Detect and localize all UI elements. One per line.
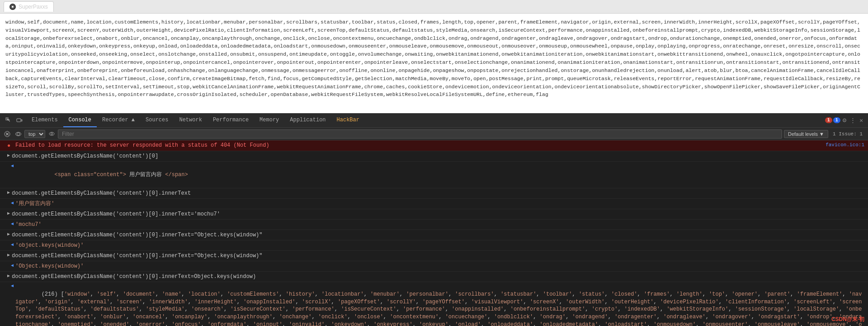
arrow-left-icon: ◀: [11, 163, 14, 169]
console-error-line: ● Failed to load resource: the server re…: [0, 140, 868, 151]
filter-input[interactable]: [58, 129, 782, 139]
close-icon[interactable]: ✕: [858, 115, 864, 125]
console-output-array: ◀ (216) ['window', 'self', 'document', '…: [0, 282, 868, 326]
tab-elements[interactable]: Elements: [26, 113, 63, 127]
level-selector[interactable]: Default levels ▼: [784, 130, 828, 138]
output-array: (216) ['window', 'self', 'document', 'na…: [15, 283, 864, 326]
output-string-1: '用户留言内容': [15, 200, 864, 208]
eye-icon[interactable]: [47, 129, 56, 139]
console-input-1: ▶ document.getElementsByClassName('conte…: [0, 151, 868, 162]
tab-network[interactable]: Network: [174, 113, 207, 127]
output-string-2: 'mochu7': [15, 221, 864, 229]
tab-title: SuperPaxxs: [19, 4, 48, 10]
console-input-6: ▶ document.getElementsByClassName('conte…: [0, 272, 868, 282]
arrow-right-2: ▶: [7, 189, 10, 196]
console-input-2: ▶ document.getElementsByClassName('conte…: [0, 188, 868, 199]
more-icon[interactable]: ⋮: [849, 115, 857, 125]
error-message: Failed to load resource: the server resp…: [15, 141, 822, 149]
arrow-left-2: ◀: [11, 200, 14, 206]
console-input-3: ▶ document.getElementsByClassName('conte…: [0, 209, 868, 220]
arrow-right-5: ▶: [7, 252, 10, 259]
tab-favicon: [9, 4, 16, 10]
svg-rect-2: [17, 119, 21, 122]
console-output-string-2: ◀ 'mochu7': [0, 220, 868, 230]
tab-hackbar[interactable]: HackBar: [331, 113, 365, 127]
command-2: document.getElementsByClassName('content…: [12, 189, 864, 197]
command-4: document.getElementsByClassName('content…: [12, 231, 864, 239]
output-html: <span class="content"> 用户留言内容 </span>: [15, 163, 864, 187]
arrow-left-6: ◀: [11, 283, 14, 289]
arrow-left-3: ◀: [11, 221, 14, 227]
clear-console-icon[interactable]: [3, 129, 12, 139]
tab-console[interactable]: Console: [63, 113, 97, 127]
console-output[interactable]: ● Failed to load resource: the server re…: [0, 140, 868, 326]
svg-point-10: [51, 133, 52, 135]
issues-button[interactable]: 1 Issue: 1: [830, 130, 865, 138]
tab-recorder[interactable]: Recorder ▲: [97, 113, 140, 127]
error-icon: ●: [7, 142, 14, 150]
console-output-string-1: ◀ '用户留言内容': [0, 199, 868, 209]
command-5: document.getElementsByClassName('content…: [12, 252, 864, 260]
browser-tab-bar: SuperPaxxs: [0, 0, 868, 14]
devtools-tabs: Elements Console Recorder ▲ Sources Netw…: [0, 113, 868, 128]
info-badge: 1: [833, 117, 840, 123]
arrow-left-4: ◀: [11, 241, 14, 248]
console-toolbar: top Default levels ▼ 1 Issue: 1: [0, 128, 868, 140]
context-selector[interactable]: top: [24, 130, 45, 138]
command-1: document.getElementsByClassName('content…: [12, 152, 864, 160]
arrow-right-3: ▶: [7, 210, 10, 217]
svg-rect-3: [21, 120, 22, 121]
output-string-3: 'object.keys(window)': [15, 241, 864, 249]
console-output-html: ◀ <span class="content"> 用户留言内容 </span>: [0, 162, 868, 188]
settings-icon[interactable]: ⚙: [841, 115, 848, 125]
tab-application[interactable]: Application: [284, 113, 331, 127]
tab-performance[interactable]: Performance: [208, 113, 254, 127]
browser-tab[interactable]: SuperPaxxs: [4, 1, 54, 12]
arrow-right-4: ▶: [7, 231, 10, 238]
console-input-5: ▶ document.getElementsByClassName('conte…: [0, 251, 868, 261]
arrow-right-6: ▶: [7, 273, 10, 279]
devtools-panel: Elements Console Recorder ▲ Sources Netw…: [0, 113, 868, 326]
command-6: document.getElementsByClassName('content…: [12, 273, 864, 281]
arrow-right-icon: ▶: [7, 152, 10, 159]
filter-icon[interactable]: [14, 129, 23, 139]
tab-sources[interactable]: Sources: [140, 113, 174, 127]
output-string-4: 'Object.keys(window)': [15, 262, 864, 270]
page-text: window,self,document,name,location,custo…: [5, 19, 860, 97]
device-icon[interactable]: [14, 115, 24, 125]
inspect-icon[interactable]: [4, 115, 14, 125]
arrow-left-5: ◀: [11, 262, 14, 269]
error-badge: 1: [825, 117, 832, 123]
watermark: CSDN@末·初: [831, 316, 864, 323]
tab-memory[interactable]: Memory: [254, 113, 284, 127]
console-output-string-3: ◀ 'object.keys(window)': [0, 240, 868, 251]
devtools-left-icons: [2, 113, 26, 127]
console-output-string-4: ◀ 'Object.keys(window)': [0, 261, 868, 272]
console-input-4: ▶ document.getElementsByClassName('conte…: [0, 230, 868, 240]
svg-point-7: [17, 133, 19, 135]
error-source[interactable]: favicon.ico:1: [826, 141, 864, 149]
devtools-corner-icons: 1 1 ⚙ ⋮ ✕: [825, 113, 866, 127]
command-3: document.getElementsByClassName('content…: [12, 210, 864, 218]
page-content: window,self,document,name,location,custo…: [0, 14, 868, 113]
